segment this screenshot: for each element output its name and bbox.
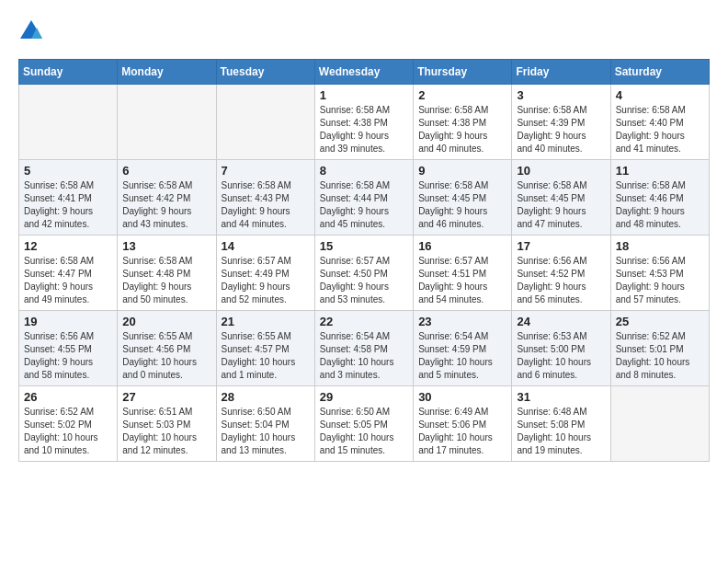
day-info: Sunrise: 6:58 AM Sunset: 4:38 PM Dayligh…: [320, 104, 408, 155]
day-info: Sunrise: 6:52 AM Sunset: 5:02 PM Dayligh…: [24, 406, 112, 457]
calendar-cell: 23Sunrise: 6:54 AM Sunset: 4:59 PM Dayli…: [414, 311, 512, 386]
calendar-cell: [19, 85, 118, 160]
calendar-cell: 27Sunrise: 6:51 AM Sunset: 5:03 PM Dayli…: [118, 386, 216, 462]
weekday-header-friday: Friday: [512, 60, 610, 85]
day-number: 30: [418, 390, 506, 404]
day-number: 6: [122, 164, 210, 178]
header: [18, 18, 710, 44]
calendar-cell: 31Sunrise: 6:48 AM Sunset: 5:08 PM Dayli…: [512, 386, 610, 462]
calendar-cell: 7Sunrise: 6:58 AM Sunset: 4:43 PM Daylig…: [216, 160, 314, 236]
day-info: Sunrise: 6:52 AM Sunset: 5:01 PM Dayligh…: [616, 330, 704, 382]
day-info: Sunrise: 6:58 AM Sunset: 4:45 PM Dayligh…: [517, 179, 605, 231]
calendar-cell: 11Sunrise: 6:58 AM Sunset: 4:46 PM Dayli…: [610, 160, 709, 236]
day-info: Sunrise: 6:58 AM Sunset: 4:45 PM Dayligh…: [418, 179, 506, 231]
calendar-table: SundayMondayTuesdayWednesdayThursdayFrid…: [18, 59, 710, 462]
calendar-cell: 14Sunrise: 6:57 AM Sunset: 4:49 PM Dayli…: [216, 236, 314, 311]
day-number: 16: [418, 239, 506, 253]
calendar-cell: [118, 85, 216, 160]
day-info: Sunrise: 6:58 AM Sunset: 4:48 PM Dayligh…: [122, 255, 210, 306]
day-number: 29: [320, 390, 408, 404]
calendar-cell: 24Sunrise: 6:53 AM Sunset: 5:00 PM Dayli…: [512, 311, 610, 386]
day-info: Sunrise: 6:50 AM Sunset: 5:05 PM Dayligh…: [320, 406, 408, 457]
weekday-header-tuesday: Tuesday: [216, 60, 314, 85]
day-info: Sunrise: 6:49 AM Sunset: 5:06 PM Dayligh…: [418, 406, 506, 457]
day-number: 14: [222, 239, 310, 253]
calendar-cell: [610, 386, 709, 462]
day-info: Sunrise: 6:56 AM Sunset: 4:53 PM Dayligh…: [616, 255, 704, 306]
calendar-cell: 26Sunrise: 6:52 AM Sunset: 5:02 PM Dayli…: [19, 386, 118, 462]
weekday-header-sunday: Sunday: [19, 60, 118, 85]
day-number: 27: [122, 390, 210, 404]
day-number: 7: [222, 164, 310, 178]
day-number: 1: [320, 88, 408, 102]
day-info: Sunrise: 6:58 AM Sunset: 4:42 PM Dayligh…: [122, 179, 210, 231]
calendar-cell: 29Sunrise: 6:50 AM Sunset: 5:05 PM Dayli…: [314, 386, 413, 462]
day-info: Sunrise: 6:57 AM Sunset: 4:51 PM Dayligh…: [418, 255, 506, 306]
day-info: Sunrise: 6:58 AM Sunset: 4:46 PM Dayligh…: [616, 179, 704, 231]
day-number: 9: [418, 164, 506, 178]
calendar-week-row: 5Sunrise: 6:58 AM Sunset: 4:41 PM Daylig…: [19, 160, 710, 236]
day-info: Sunrise: 6:51 AM Sunset: 5:03 PM Dayligh…: [122, 406, 210, 457]
logo: [18, 18, 48, 44]
calendar-cell: 8Sunrise: 6:58 AM Sunset: 4:44 PM Daylig…: [314, 160, 413, 236]
day-number: 10: [517, 164, 605, 178]
day-number: 3: [517, 88, 605, 102]
calendar-cell: 13Sunrise: 6:58 AM Sunset: 4:48 PM Dayli…: [118, 236, 216, 311]
calendar-week-row: 26Sunrise: 6:52 AM Sunset: 5:02 PM Dayli…: [19, 386, 710, 462]
day-number: 12: [24, 239, 112, 253]
day-number: 8: [320, 164, 408, 178]
day-number: 25: [616, 315, 704, 328]
day-info: Sunrise: 6:58 AM Sunset: 4:47 PM Dayligh…: [24, 255, 112, 306]
logo-icon: [18, 18, 44, 44]
day-info: Sunrise: 6:55 AM Sunset: 4:56 PM Dayligh…: [122, 330, 210, 382]
calendar-cell: 12Sunrise: 6:58 AM Sunset: 4:47 PM Dayli…: [19, 236, 118, 311]
calendar-cell: 16Sunrise: 6:57 AM Sunset: 4:51 PM Dayli…: [414, 236, 512, 311]
day-number: 19: [24, 315, 112, 328]
calendar-cell: 17Sunrise: 6:56 AM Sunset: 4:52 PM Dayli…: [512, 236, 610, 311]
day-info: Sunrise: 6:48 AM Sunset: 5:08 PM Dayligh…: [517, 406, 605, 457]
calendar-week-row: 19Sunrise: 6:56 AM Sunset: 4:55 PM Dayli…: [19, 311, 710, 386]
calendar-cell: 5Sunrise: 6:58 AM Sunset: 4:41 PM Daylig…: [19, 160, 118, 236]
weekday-header-monday: Monday: [118, 60, 216, 85]
day-info: Sunrise: 6:50 AM Sunset: 5:04 PM Dayligh…: [222, 406, 310, 457]
calendar-cell: 9Sunrise: 6:58 AM Sunset: 4:45 PM Daylig…: [414, 160, 512, 236]
weekday-header-row: SundayMondayTuesdayWednesdayThursdayFrid…: [19, 60, 710, 85]
day-number: 4: [616, 88, 704, 102]
day-info: Sunrise: 6:58 AM Sunset: 4:41 PM Dayligh…: [24, 179, 112, 231]
calendar-cell: 22Sunrise: 6:54 AM Sunset: 4:58 PM Dayli…: [314, 311, 413, 386]
calendar-cell: 28Sunrise: 6:50 AM Sunset: 5:04 PM Dayli…: [216, 386, 314, 462]
calendar-cell: 2Sunrise: 6:58 AM Sunset: 4:38 PM Daylig…: [414, 85, 512, 160]
calendar-cell: 30Sunrise: 6:49 AM Sunset: 5:06 PM Dayli…: [414, 386, 512, 462]
day-number: 18: [616, 239, 704, 253]
day-number: 13: [122, 239, 210, 253]
day-info: Sunrise: 6:56 AM Sunset: 4:52 PM Dayligh…: [517, 255, 605, 306]
day-number: 20: [122, 315, 210, 328]
calendar-week-row: 12Sunrise: 6:58 AM Sunset: 4:47 PM Dayli…: [19, 236, 710, 311]
day-number: 26: [24, 390, 112, 404]
page: SundayMondayTuesdayWednesdayThursdayFrid…: [0, 0, 728, 471]
weekday-header-wednesday: Wednesday: [314, 60, 413, 85]
day-number: 5: [24, 164, 112, 178]
calendar-cell: 21Sunrise: 6:55 AM Sunset: 4:57 PM Dayli…: [216, 311, 314, 386]
day-number: 11: [616, 164, 704, 178]
weekday-header-thursday: Thursday: [414, 60, 512, 85]
calendar-cell: 3Sunrise: 6:58 AM Sunset: 4:39 PM Daylig…: [512, 85, 610, 160]
calendar-cell: 18Sunrise: 6:56 AM Sunset: 4:53 PM Dayli…: [610, 236, 709, 311]
day-number: 28: [222, 390, 310, 404]
day-info: Sunrise: 6:57 AM Sunset: 4:49 PM Dayligh…: [222, 255, 310, 306]
calendar-cell: 15Sunrise: 6:57 AM Sunset: 4:50 PM Dayli…: [314, 236, 413, 311]
calendar-cell: [216, 85, 314, 160]
calendar-cell: 6Sunrise: 6:58 AM Sunset: 4:42 PM Daylig…: [118, 160, 216, 236]
calendar-week-row: 1Sunrise: 6:58 AM Sunset: 4:38 PM Daylig…: [19, 85, 710, 160]
day-number: 23: [418, 315, 506, 328]
calendar-cell: 1Sunrise: 6:58 AM Sunset: 4:38 PM Daylig…: [314, 85, 413, 160]
day-info: Sunrise: 6:58 AM Sunset: 4:39 PM Dayligh…: [517, 104, 605, 155]
calendar-cell: 20Sunrise: 6:55 AM Sunset: 4:56 PM Dayli…: [118, 311, 216, 386]
day-info: Sunrise: 6:58 AM Sunset: 4:44 PM Dayligh…: [320, 179, 408, 231]
day-number: 24: [517, 315, 605, 328]
calendar-cell: 10Sunrise: 6:58 AM Sunset: 4:45 PM Dayli…: [512, 160, 610, 236]
day-number: 17: [517, 239, 605, 253]
day-info: Sunrise: 6:55 AM Sunset: 4:57 PM Dayligh…: [222, 330, 310, 382]
day-info: Sunrise: 6:58 AM Sunset: 4:38 PM Dayligh…: [418, 104, 506, 155]
weekday-header-saturday: Saturday: [610, 60, 709, 85]
